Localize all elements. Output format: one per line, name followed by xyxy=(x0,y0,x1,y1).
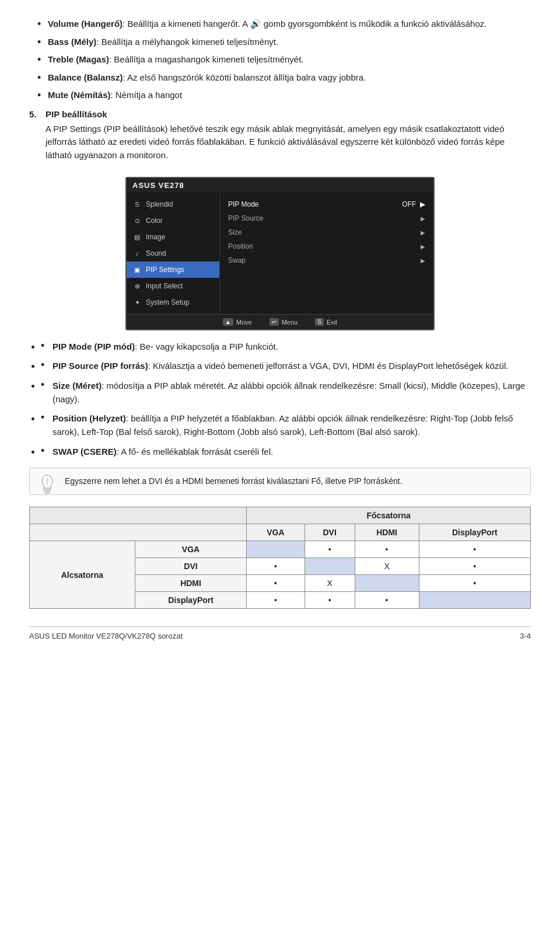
bullet-bass-bold: Bass (Mély) xyxy=(48,37,96,47)
table-row-label: VGA xyxy=(135,541,246,558)
table-row-label: HDMI xyxy=(135,575,246,592)
table-cell: X xyxy=(355,558,419,575)
table-col-hdmi: HDMI xyxy=(355,524,419,541)
footer-btn-menu: ↵ Menu xyxy=(270,318,298,326)
table-alcsatorna-header: Alcsatorna xyxy=(30,541,135,609)
table-sub-empty xyxy=(30,524,247,541)
osd-arrow-pip-source: ▶ xyxy=(421,215,425,222)
table-body: AlcsatornaVGA•••DVI•X•HDMI•X•DisplayPort… xyxy=(30,541,531,609)
sidebar-label-image: Image xyxy=(146,233,165,241)
monitor-titlebar: ASUS VE278 xyxy=(127,178,433,193)
sidebar-label-sound: Sound xyxy=(146,249,166,257)
sidebar-item-input[interactable]: ⊕ Input Select xyxy=(127,278,219,294)
feature-position: Position (Helyzet): beállítja a PIP hely… xyxy=(41,412,531,439)
table-row: AlcsatornaVGA••• xyxy=(30,541,531,558)
sidebar-item-color[interactable]: ⊙ Color xyxy=(127,212,219,229)
table-col-vga: VGA xyxy=(247,524,304,541)
feature-pip-mode-bold: PIP Mode (PIP mód) xyxy=(52,341,135,351)
table-main-header: Főcsatorna xyxy=(247,507,531,524)
compatibility-table: Főcsatorna VGA DVI HDMI DisplayPort Alcs… xyxy=(29,507,531,609)
bullet-balance: Balance (Balansz): Az első hangszórók kö… xyxy=(35,71,531,85)
table-cell: • xyxy=(419,541,530,558)
svg-rect-0 xyxy=(44,489,51,490)
bullet-treble: Treble (Magas): Beállítja a magashangok … xyxy=(35,53,531,67)
osd-row-pip-source: PIP Source ▶ xyxy=(228,211,425,225)
color-icon: ⊙ xyxy=(132,216,142,225)
svg-rect-1 xyxy=(44,490,50,492)
footer-btn-move: ▲ Move xyxy=(223,318,252,326)
feature-size-bold: Size (Méret) xyxy=(52,381,102,391)
monitor-screenshot: ASUS VE278 S Splendid ⊙ Color ▤ Image ♪ … xyxy=(125,177,435,330)
feature-size: Size (Méret): módosítja a PIP ablak mére… xyxy=(41,379,531,406)
table-cell xyxy=(247,541,304,558)
table-cell: X xyxy=(304,575,355,592)
osd-row-pip-mode: PIP Mode OFF ▶ xyxy=(228,197,425,211)
bullet-volume: Volume (Hangerő): Beállítja a kimeneti h… xyxy=(35,18,531,31)
note-icon xyxy=(37,474,58,497)
page-footer: ASUS LED Monitor VE278Q/VK278Q sorozat 3… xyxy=(29,626,531,640)
bullet-volume-bold: Volume (Hangerő) xyxy=(48,19,123,29)
osd-label-swap: Swap xyxy=(228,256,246,264)
table-col-dp: DisplayPort xyxy=(419,524,530,541)
table-cell: • xyxy=(419,558,530,575)
osd-label-pip-mode: PIP Mode xyxy=(228,200,258,208)
bullet-bass: Bass (Mély): Beállítja a mélyhangok kime… xyxy=(35,36,531,49)
table-cell: • xyxy=(247,558,304,575)
sidebar-item-image[interactable]: ▤ Image xyxy=(127,229,219,245)
feature-pip-mode: PIP Mode (PIP mód): Be- vagy kikapcsolja… xyxy=(41,340,531,353)
sidebar-item-splendid[interactable]: S Splendid xyxy=(127,196,219,212)
bullet-mute-rest: : Némítja a hangot xyxy=(111,90,183,100)
bullet-treble-rest: : Beállítja a magashangok kimeneti telje… xyxy=(109,54,304,64)
monitor-footer: ▲ Move ↵ Menu S Exit xyxy=(127,314,433,329)
table-col-dvi: DVI xyxy=(304,524,355,541)
bullet-balance-rest: : Az első hangszórók közötti balanszot á… xyxy=(123,72,366,82)
menu-label: Menu xyxy=(282,319,298,326)
system-icon: ✦ xyxy=(132,298,142,307)
section-desc: A PIP Settings (PIP beállítások) lehetőv… xyxy=(46,123,531,162)
section-number: 5. xyxy=(29,109,41,168)
table-cell: • xyxy=(304,592,355,609)
feature-position-bold: Position (Helyzet) xyxy=(52,413,126,423)
sound-icon: ♪ xyxy=(132,249,142,258)
feature-pip-mode-rest: : Be- vagy kikapcsolja a PIP funkciót. xyxy=(135,341,278,351)
section-title: PIP beállítások xyxy=(46,109,531,119)
sidebar-label-input: Input Select xyxy=(146,282,183,290)
feature-pip-source-bold: PIP Source (PIP forrás) xyxy=(52,361,148,371)
sidebar-label-splendid: Splendid xyxy=(146,200,173,208)
image-icon: ▤ xyxy=(132,232,142,242)
footer-right: 3-4 xyxy=(520,632,531,640)
osd-arrow-swap: ▶ xyxy=(421,257,425,264)
sidebar-label-pip: PIP Settings xyxy=(146,266,184,274)
bullet-balance-bold: Balance (Balansz) xyxy=(48,72,123,82)
feature-bullet-list: PIP Mode (PIP mód): Be- vagy kikapcsolja… xyxy=(41,340,531,458)
feature-swap-bold: SWAP (CSERE) xyxy=(52,447,117,456)
osd-label-position: Position xyxy=(228,242,253,250)
table-cell xyxy=(304,558,355,575)
pip-section-content: PIP beállítások A PIP Settings (PIP beál… xyxy=(46,109,531,168)
osd-value-pip-mode: OFF ▶ xyxy=(402,200,425,208)
osd-arrow-position: ▶ xyxy=(421,243,425,250)
table-header-row: Főcsatorna xyxy=(30,507,531,524)
bullet-treble-bold: Treble (Magas) xyxy=(48,54,109,64)
svg-rect-2 xyxy=(45,492,50,493)
table-cell: • xyxy=(304,541,355,558)
pip-section-header: 5. PIP beállítások A PIP Settings (PIP b… xyxy=(29,109,531,168)
table-cell: • xyxy=(355,541,419,558)
sidebar-item-system[interactable]: ✦ System Setup xyxy=(127,294,219,311)
input-icon: ⊕ xyxy=(132,281,142,291)
osd-row-position: Position ▶ xyxy=(228,239,425,253)
splendid-icon: S xyxy=(132,200,142,209)
table-cell: • xyxy=(247,575,304,592)
table-empty-header xyxy=(30,507,247,524)
sidebar-item-pip[interactable]: ▣ PIP Settings xyxy=(127,262,219,278)
osd-arrow-size: ▶ xyxy=(421,229,425,236)
sidebar-item-sound[interactable]: ♪ Sound xyxy=(127,245,219,262)
table-cell: • xyxy=(247,592,304,609)
monitor-body: S Splendid ⊙ Color ▤ Image ♪ Sound ▣ PIP… xyxy=(127,193,433,314)
exit-label: Exit xyxy=(327,319,337,326)
sidebar-label-color: Color xyxy=(146,217,163,225)
feature-size-rest: : módosítja a PIP ablak méretét. Az aláb… xyxy=(52,381,525,404)
bullet-bass-rest: : Beállítja a mélyhangok kimeneti teljes… xyxy=(96,37,278,47)
sidebar-label-system: System Setup xyxy=(146,298,190,306)
feature-pip-source-rest: : Kiválasztja a videó bemeneti jelforrás… xyxy=(148,361,509,371)
